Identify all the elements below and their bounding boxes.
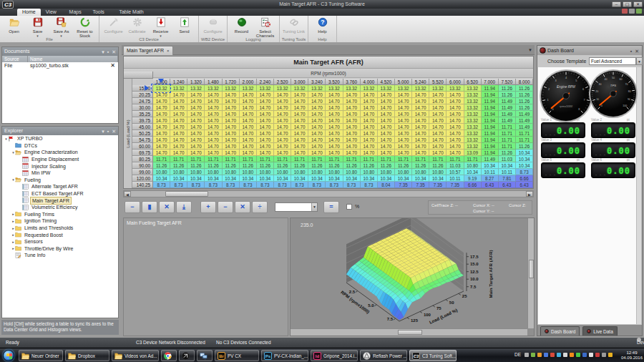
table-cell[interactable]: 11.94: [482, 98, 499, 104]
table-cell[interactable]: 13.32: [326, 85, 343, 92]
scrollbar-thumb[interactable]: [398, 330, 422, 335]
table-cell[interactable]: 14.70: [447, 150, 464, 156]
table-cell[interactable]: 14.70: [274, 92, 291, 98]
table-cell[interactable]: 10.34: [516, 162, 533, 169]
table-cell[interactable]: 10.80: [274, 169, 291, 175]
table-cell[interactable]: 14.70: [170, 130, 187, 137]
table-cell[interactable]: 11.71: [516, 137, 533, 143]
table-cell[interactable]: 14.70: [240, 137, 257, 143]
table-cell[interactable]: 10.34: [429, 175, 447, 182]
table-cell[interactable]: 8.04: [378, 182, 395, 188]
table-cell[interactable]: 14.70: [274, 104, 291, 111]
table-cell[interactable]: 14.70: [326, 111, 343, 117]
table-cell[interactable]: 11.26: [499, 85, 516, 92]
ribbon-tab-home[interactable]: Home: [17, 9, 41, 16]
table-cell[interactable]: 14.70: [447, 124, 464, 130]
table-cell[interactable]: 14.70: [291, 150, 308, 156]
surface-plot[interactable]: 7.510.012.515.017.5Main Target AFR (AFR)…: [291, 218, 527, 331]
table-cell[interactable]: 14.70: [291, 124, 308, 130]
minimize-button[interactable]: –: [612, 1, 621, 7]
table-cell[interactable]: 8.73: [187, 182, 205, 188]
percent-checkbox[interactable]: [346, 204, 352, 210]
table-cell[interactable]: 14.70: [412, 111, 429, 117]
table-cell[interactable]: 10.80: [429, 169, 447, 175]
tray-icon-6[interactable]: [557, 353, 561, 357]
table-cell[interactable]: 10.34: [274, 175, 291, 182]
table-cell[interactable]: 14.70: [361, 104, 378, 111]
table-cell[interactable]: 14.70: [378, 98, 395, 104]
send-button[interactable]: Send: [172, 16, 196, 37]
table-cell[interactable]: 14.70: [429, 117, 447, 124]
table-cell[interactable]: 11.26: [361, 162, 378, 169]
plot-horizontal-scrollbar[interactable]: [291, 328, 527, 336]
tree-item-ignition-timing[interactable]: ▸Ignition Timing: [2, 217, 118, 225]
table-cell[interactable]: 11.94: [482, 104, 499, 111]
table-edit-button-7[interactable]: ✕: [235, 201, 250, 213]
ribbon-tab-maps[interactable]: Maps: [64, 9, 87, 16]
table-edit-button-4[interactable]: ⤓: [176, 201, 192, 213]
table-cell[interactable]: 14.70: [378, 150, 395, 156]
table-cell[interactable]: 14.70: [257, 117, 274, 124]
table-cell[interactable]: 7.35: [395, 182, 412, 188]
table-cell[interactable]: 10.80: [223, 169, 240, 175]
table-cell[interactable]: 11.71: [499, 130, 516, 137]
receive-button[interactable]: Receive▾: [149, 16, 172, 37]
row-header[interactable]: 39.75: [132, 117, 153, 124]
table-cell[interactable]: 14.70: [326, 150, 343, 156]
table-cell[interactable]: 13.32: [240, 85, 257, 92]
table-cell[interactable]: 10.34: [170, 175, 187, 182]
taskbar-button-pv-cx[interactable]: BrPV CX: [215, 350, 259, 361]
taskbar-button-neuer-ordner[interactable]: Neuer Ordner: [19, 350, 63, 361]
tree-item-engine-displacement[interactable]: Engine Displacement: [2, 156, 118, 163]
table-cell[interactable]: 11.71: [257, 156, 274, 162]
table-cell[interactable]: 11.03: [447, 162, 464, 169]
table-cell[interactable]: 14.70: [291, 111, 308, 117]
table-cell[interactable]: 11.71: [223, 156, 240, 162]
table-cell[interactable]: 8.73: [223, 182, 240, 188]
table-cell[interactable]: 14.70: [223, 124, 240, 130]
table-cell[interactable]: 14.70: [205, 117, 222, 124]
table-cell[interactable]: 14.70: [291, 117, 308, 124]
table-cell[interactable]: 11.26: [257, 162, 274, 169]
table-cell[interactable]: 14.70: [361, 92, 378, 98]
tray-icon-5[interactable]: [550, 353, 555, 357]
apply-equals-button[interactable]: =: [323, 201, 339, 213]
column-header[interactable]: 3.240: [308, 79, 326, 85]
table-cell[interactable]: 14.70: [343, 137, 361, 143]
table-cell[interactable]: 14.70: [429, 143, 447, 150]
table-cell[interactable]: 11.49: [516, 124, 533, 130]
table-cell[interactable]: 14.70: [395, 150, 412, 156]
column-header[interactable]: 4.520: [378, 79, 395, 85]
table-cell[interactable]: 10.80: [308, 169, 326, 175]
table-cell[interactable]: 10.34: [464, 169, 482, 175]
table-cell[interactable]: 14.70: [326, 124, 343, 130]
table-cell[interactable]: 7.35: [447, 182, 464, 188]
table-cell[interactable]: 11.71: [499, 137, 516, 143]
tray-icon-8[interactable]: [570, 353, 574, 357]
table-cell[interactable]: 14.70: [308, 98, 326, 104]
row-header[interactable]: 30.00: [132, 104, 153, 111]
table-cell[interactable]: 13.32: [464, 124, 482, 130]
column-header[interactable]: 1.720: [223, 79, 240, 85]
table-cell[interactable]: 11.03: [499, 156, 516, 162]
table-cell[interactable]: 11.26: [516, 92, 533, 98]
table-cell[interactable]: 11.26: [343, 162, 361, 169]
tree-item-main-target-afr[interactable]: Main Target AFR: [2, 197, 118, 204]
table-cell[interactable]: 10.34: [482, 162, 499, 169]
table-cell[interactable]: 14.70: [395, 104, 412, 111]
table-cell[interactable]: 10.11: [499, 169, 516, 175]
table-cell[interactable]: 13.32: [223, 85, 240, 92]
table-cell[interactable]: 13.32: [464, 85, 482, 92]
table-cell[interactable]: 10.34: [240, 175, 257, 182]
ribbon-tab-tools[interactable]: Tools: [87, 9, 109, 16]
table-cell[interactable]: 10.34: [516, 150, 533, 156]
table-cell[interactable]: 11.71: [326, 156, 343, 162]
taskbar-button-dropbox[interactable]: Dropbox: [65, 350, 109, 361]
table-cell[interactable]: 8.73: [274, 182, 291, 188]
table-cell[interactable]: 14.70: [257, 92, 274, 98]
start-button[interactable]: [3, 350, 14, 361]
table-cell[interactable]: 14.70: [223, 98, 240, 104]
column-header[interactable]: 7.000: [482, 79, 499, 85]
table-cell[interactable]: 14.70: [447, 92, 464, 98]
table-cell[interactable]: 14.70: [326, 137, 343, 143]
